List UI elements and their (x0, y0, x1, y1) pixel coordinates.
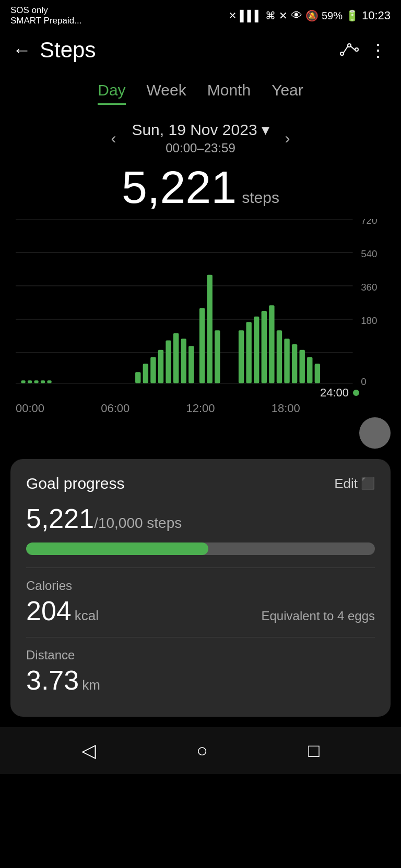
svg-rect-31 (215, 330, 220, 383)
tab-bar: Day Week Month Year (0, 71, 401, 105)
bottom-nav: ◁ ○ □ (0, 727, 401, 774)
svg-rect-23 (150, 357, 156, 383)
tab-week[interactable]: Week (147, 81, 186, 105)
current-time-label: 24:00 (320, 386, 349, 400)
svg-rect-35 (262, 311, 267, 383)
distance-unit: km (82, 677, 100, 693)
scrubber-handle[interactable] (359, 417, 391, 449)
calories-value: 204 (26, 596, 72, 626)
calories-unit: kcal (75, 608, 99, 623)
time-axis: 24:00 00:00 06:00 12:00 18:00 24:00 (16, 386, 385, 415)
svg-rect-24 (158, 350, 163, 383)
page-title: Steps (40, 38, 96, 63)
svg-point-2 (355, 48, 358, 51)
svg-rect-20 (47, 380, 51, 383)
calories-label: Calories (26, 578, 375, 593)
steps-chart: 720 540 360 180 0 (16, 219, 385, 386)
date-display: Sun, 19 Nov 2023 ▾ 00:00–23:59 (132, 120, 269, 155)
x-icon: ✕ (279, 9, 288, 22)
goal-progress-card: Goal progress Edit ⬛ 5,221/10,000 steps … (10, 459, 391, 717)
svg-rect-25 (166, 341, 171, 383)
home-nav-button[interactable]: ○ (191, 734, 213, 767)
edit-icon: ⬛ (361, 477, 375, 490)
current-time-dot (353, 390, 359, 396)
time-label-3: 18:00 (272, 402, 300, 415)
next-date-button[interactable]: › (280, 124, 296, 152)
calories-value-group: 204kcal (26, 595, 99, 626)
svg-text:0: 0 (361, 376, 366, 386)
svg-rect-19 (41, 380, 45, 383)
svg-rect-29 (199, 308, 205, 383)
tab-day[interactable]: Day (98, 81, 125, 105)
svg-rect-17 (28, 380, 32, 383)
svg-rect-38 (284, 339, 289, 383)
svg-rect-36 (269, 305, 274, 383)
date-label: Sun, 19 Nov 2023 (132, 121, 257, 139)
battery-label: 59% (322, 10, 343, 22)
progress-bar-container (26, 542, 375, 555)
date-main: Sun, 19 Nov 2023 ▾ (132, 120, 269, 139)
svg-point-1 (348, 44, 351, 47)
svg-rect-27 (181, 339, 186, 383)
svg-rect-42 (315, 364, 320, 383)
time-range: 00:00–23:59 (166, 141, 235, 155)
status-bar: SOS only SMART Prepaid... ✕ ▌▌▌ ⌘ ✕ 👁 🔕 … (0, 0, 401, 29)
tab-year[interactable]: Year (272, 81, 303, 105)
carrier2: SMART Prepaid... (10, 16, 81, 26)
recent-nav-button[interactable]: □ (303, 734, 325, 767)
more-options-icon[interactable]: ⋮ (369, 40, 388, 61)
svg-rect-22 (143, 364, 148, 383)
edit-label[interactable]: Edit (334, 476, 358, 492)
svg-rect-39 (292, 344, 297, 383)
svg-rect-26 (173, 333, 179, 383)
distance-value: 3.73 (26, 665, 79, 695)
svg-text:180: 180 (361, 315, 377, 326)
calories-equivalent: Equivalent to 4 eggs (262, 609, 375, 623)
prev-date-button[interactable]: ‹ (105, 124, 121, 152)
back-nav-button[interactable]: ◁ (76, 734, 101, 767)
scrubber[interactable] (0, 417, 401, 449)
signal-icon: ✕ (229, 10, 237, 21)
tab-month[interactable]: Month (207, 81, 251, 105)
divider (26, 568, 375, 568)
carrier-info: SOS only SMART Prepaid... (10, 5, 81, 26)
distance-label: Distance (26, 648, 375, 662)
wifi-icon: ⌘ (265, 9, 276, 22)
signal-bars: ▌▌▌ (240, 10, 262, 22)
progress-bar-fill (26, 542, 208, 555)
back-button[interactable]: ← (13, 39, 31, 61)
svg-rect-32 (239, 330, 244, 383)
svg-rect-33 (246, 322, 251, 383)
carrier1: SOS only (10, 5, 81, 16)
steps-unit: steps (242, 189, 279, 207)
time-labels: 00:00 06:00 12:00 18:00 24:00 (16, 402, 385, 415)
header-left: ← Steps (13, 38, 96, 63)
graph-icon[interactable] (340, 41, 359, 59)
distance-row: Distance 3.73km (26, 648, 375, 696)
svg-text:720: 720 (361, 219, 377, 226)
svg-rect-34 (254, 317, 259, 383)
svg-rect-37 (277, 330, 282, 383)
svg-rect-16 (21, 380, 25, 383)
edit-button[interactable]: Edit ⬛ (334, 476, 375, 492)
calories-row: Calories 204kcal Equivalent to 4 eggs (26, 578, 375, 626)
time-indicator: 24:00 (16, 386, 385, 400)
date-navigation: ‹ Sun, 19 Nov 2023 ▾ 00:00–23:59 › (0, 120, 401, 155)
steps-count: 5,221 (122, 161, 237, 214)
svg-rect-41 (307, 357, 312, 383)
steps-display: 5,221 steps (0, 161, 401, 214)
svg-rect-40 (299, 350, 304, 383)
svg-point-0 (340, 52, 344, 55)
battery-icon: 🔋 (346, 9, 359, 22)
svg-rect-28 (188, 346, 194, 383)
svg-line-4 (351, 46, 355, 50)
divider-2 (26, 637, 375, 637)
status-icons: ✕ ▌▌▌ ⌘ ✕ 👁 🔕 59% 🔋 10:23 (229, 9, 391, 22)
time-label-1: 06:00 (101, 402, 129, 415)
dropdown-icon[interactable]: ▾ (262, 120, 269, 139)
svg-rect-18 (34, 380, 38, 383)
steps-progress: 5,221/10,000 steps (26, 503, 375, 534)
header-right: ⋮ (340, 40, 388, 61)
goal-header: Goal progress Edit ⬛ (26, 475, 375, 492)
distance-value-group: 3.73km (26, 665, 375, 696)
